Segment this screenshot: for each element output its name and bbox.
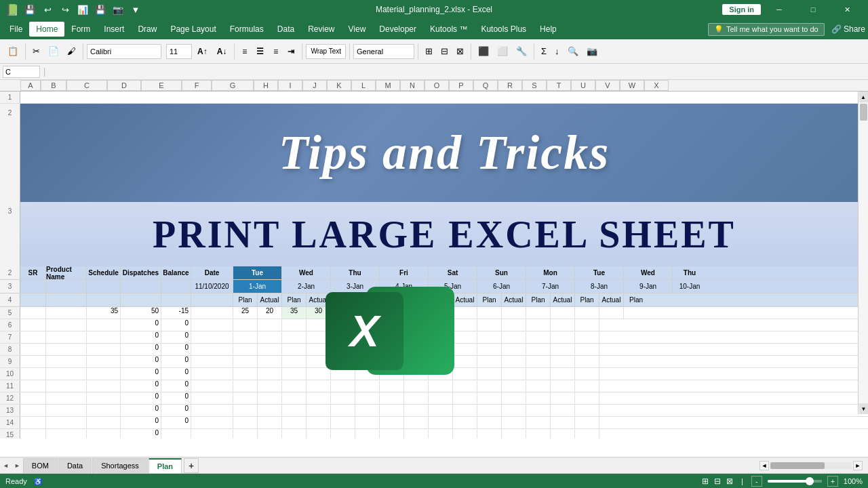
cell[interactable] (233, 405, 258, 416)
cell[interactable] (307, 429, 331, 439)
cell[interactable]: 0 (161, 405, 191, 416)
cell[interactable] (575, 368, 599, 380)
wrap-text-btn[interactable]: Wrap Text (306, 44, 346, 59)
cell[interactable] (551, 307, 575, 319)
col-header-V[interactable]: V (595, 80, 620, 91)
undo-btn[interactable]: ↩ (41, 3, 54, 16)
tell-me-text[interactable]: Tell me what you want to do (726, 25, 818, 33)
paste-btn[interactable]: 📋 (4, 43, 22, 60)
cell[interactable] (551, 344, 575, 355)
chart-btn[interactable]: 📊 (76, 3, 90, 16)
cell[interactable] (46, 331, 87, 343)
cell[interactable] (575, 417, 599, 428)
cell[interactable] (46, 344, 87, 355)
cell-r3-b[interactable] (46, 280, 87, 293)
col-header-Q[interactable]: Q (473, 80, 498, 91)
cell[interactable] (404, 429, 429, 439)
col-header-I[interactable]: I (278, 80, 302, 91)
cell[interactable] (233, 417, 258, 428)
col-header-D[interactable]: D (107, 80, 141, 91)
cell-r3-c[interactable] (87, 280, 121, 293)
cell-reference-input[interactable] (3, 66, 40, 78)
cell[interactable]: 25 (233, 307, 258, 319)
cut-btn[interactable]: ✂ (29, 43, 43, 60)
cell[interactable] (477, 368, 502, 380)
cell[interactable] (282, 392, 307, 404)
hscroll-track[interactable] (770, 462, 852, 469)
cell[interactable] (258, 380, 282, 392)
cell[interactable] (404, 417, 429, 428)
cell[interactable] (282, 331, 307, 343)
cell[interactable] (331, 392, 355, 404)
minimize-button[interactable]: ─ (764, 0, 795, 19)
zoom-slider[interactable] (768, 480, 822, 483)
next-sheet-arrow[interactable]: ► (12, 462, 23, 469)
cell[interactable]: 0 (161, 417, 191, 428)
cell[interactable] (453, 331, 477, 343)
col-header-G[interactable]: G (212, 80, 254, 91)
cell[interactable] (429, 417, 453, 428)
col-header-E[interactable]: E (141, 80, 182, 91)
cell[interactable] (453, 356, 477, 367)
hscroll-right[interactable]: ► (853, 461, 863, 470)
cell[interactable] (477, 417, 502, 428)
menu-kutools-plus[interactable]: Kutools Plus (474, 22, 533, 37)
cell-r4-b[interactable] (46, 293, 87, 306)
cell[interactable] (551, 331, 575, 343)
cell-10jan[interactable]: 10-Jan (673, 280, 707, 293)
cell[interactable]: 50 (121, 307, 161, 319)
cell[interactable] (502, 417, 526, 428)
cell[interactable] (191, 368, 233, 380)
cell[interactable] (404, 392, 429, 404)
cell-r4-c[interactable] (87, 293, 121, 306)
cell[interactable] (258, 417, 282, 428)
cell[interactable]: 0 (121, 344, 161, 355)
cell[interactable] (307, 417, 331, 428)
cell[interactable] (282, 368, 307, 380)
cell[interactable] (191, 392, 233, 404)
cell[interactable] (477, 356, 502, 367)
row-1-cells[interactable] (20, 92, 868, 103)
cell[interactable]: 0 (161, 319, 191, 331)
cell-style2-btn[interactable]: ⊠ (453, 43, 467, 60)
cell-sr[interactable]: SR (20, 266, 46, 279)
cell[interactable] (20, 380, 46, 392)
cell[interactable] (551, 417, 575, 428)
cell[interactable] (233, 392, 258, 404)
cell[interactable] (87, 356, 121, 367)
menu-review[interactable]: Review (301, 22, 341, 37)
cell[interactable] (599, 356, 868, 367)
cell[interactable] (331, 405, 355, 416)
cell-plan6[interactable]: Plan (477, 293, 502, 306)
cell[interactable] (307, 405, 331, 416)
cell-tue2-header[interactable]: Tue (575, 266, 624, 279)
menu-developer[interactable]: Developer (372, 22, 423, 37)
col-header-O[interactable]: O (425, 80, 449, 91)
cell[interactable] (233, 380, 258, 392)
cell[interactable] (551, 405, 575, 416)
cell[interactable] (282, 429, 307, 439)
table-style-btn[interactable]: ⊞ (422, 43, 436, 60)
cell[interactable] (282, 405, 307, 416)
cell[interactable] (191, 405, 233, 416)
cell[interactable] (502, 429, 526, 439)
cell[interactable] (331, 429, 355, 439)
cell[interactable] (526, 368, 551, 380)
camera-btn[interactable]: 📷 (111, 3, 125, 16)
cell-thu-header[interactable]: Thu (331, 266, 380, 279)
cell[interactable]: -15 (161, 307, 191, 319)
cell-r4-d[interactable] (121, 293, 161, 306)
menu-home[interactable]: Home (29, 22, 64, 37)
col-header-B[interactable]: B (41, 80, 66, 91)
cell-thu2-header[interactable]: Thu (673, 266, 707, 279)
cell[interactable] (258, 356, 282, 367)
cell[interactable] (46, 356, 87, 367)
font-size-input[interactable] (166, 44, 192, 59)
cell[interactable]: 0 (121, 356, 161, 367)
sheet-tab-data[interactable]: Data (58, 458, 92, 473)
cell[interactable] (191, 429, 233, 439)
cell[interactable] (502, 331, 526, 343)
cell[interactable] (282, 344, 307, 355)
zoom-in-btn[interactable]: + (827, 476, 838, 487)
col-header-S[interactable]: S (522, 80, 547, 91)
